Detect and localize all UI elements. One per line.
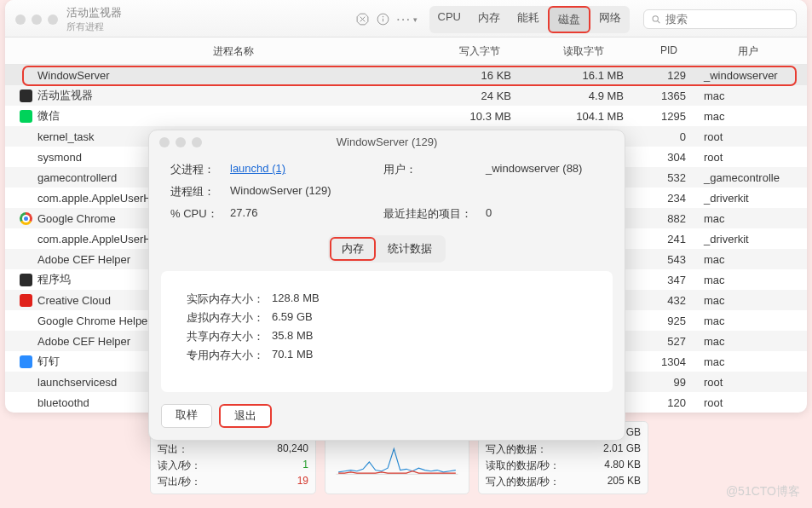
private-mem-label: 专用内存大小： [187,348,272,363]
col-pid[interactable]: PID [639,44,699,59]
titlebar: 活动监视器 所有进程 ▾ CPU 内存 能耗 磁盘 网络 [5,0,807,38]
table-row[interactable]: 活动监视器24 KB4.9 MB1365mac [5,85,807,106]
traffic-lights[interactable] [15,14,58,25]
cpu-value: 27.76 [230,206,383,222]
dialog-buttons: 取样 退出 [149,404,625,440]
dialog-tabs: 内存 统计数据 [328,235,446,263]
parent-label: 父进程： [170,162,230,177]
user: mac [699,355,797,368]
tab-cpu[interactable]: CPU [429,6,469,33]
user: mac [699,253,797,266]
user: mac [699,274,797,286]
col-user[interactable]: 用户 [699,44,797,59]
pid: 432 [639,294,699,307]
pid: 1365 [639,89,699,102]
process-name: 微信 [36,108,430,124]
app-subtitle: 所有进程 [66,20,152,33]
search-field[interactable] [643,9,797,29]
app-title: 活动监视器 [66,5,152,20]
table-row[interactable]: 微信10.3 MB104.1 MB1295mac [5,106,807,126]
user: _driverkit [699,192,797,205]
table-row[interactable]: WindowServer16 KB16.1 MB129_windowserver [5,65,807,85]
pid: 347 [639,274,699,286]
sample-button[interactable]: 取样 [161,404,212,428]
tab-disk[interactable]: 磁盘 [548,6,590,33]
cpu-label: % CPU： [170,206,230,222]
private-mem-value: 70.1 MB [272,348,313,363]
user: mac [699,110,797,123]
pid: 241 [639,233,699,245]
pid: 99 [639,376,699,389]
col-bytes-written[interactable]: 写入字节 [430,44,528,59]
zoom-dot[interactable] [48,14,58,25]
user: root [699,151,797,164]
user: _driverkit [699,233,797,245]
tab-memory[interactable]: 内存 [469,6,509,33]
svg-point-5 [383,16,383,17]
group-label: 进程组： [170,184,230,199]
watermark: @51CTO博客 [726,484,800,499]
tab-network[interactable]: 网络 [590,6,630,33]
tab-energy[interactable]: 能耗 [509,6,548,33]
quit-button[interactable]: 退出 [221,406,270,426]
process-name: WindowServer [36,69,430,82]
close-dot[interactable] [15,14,26,25]
dialog-minimize-dot[interactable] [176,137,186,147]
pid: 1304 [639,355,699,368]
user: root [699,130,797,143]
search-input[interactable] [665,13,789,26]
stop-process-icon[interactable] [354,10,372,29]
dialog-title: WindowServer (129) [158,136,616,148]
dialog-tab-memory[interactable]: 内存 [330,237,376,261]
parent-link[interactable]: launchd (1) [230,162,285,175]
pid: 234 [639,192,699,205]
dialog-titlebar: WindowServer (129) [149,130,625,153]
dialog-info-grid: 父进程： launchd (1) 用户： _windowserver (88) … [149,153,625,227]
user: mac [699,335,797,348]
shared-mem-value: 35.8 MB [272,329,313,344]
real-mem-value: 128.8 MB [272,292,320,307]
user: _windowserver [699,69,797,82]
svg-line-7 [658,20,660,23]
io-chart [332,437,462,487]
dialog-tab-stats[interactable]: 统计数据 [376,237,444,261]
pid: 925 [639,315,699,327]
user: root [699,396,797,409]
more-options-icon[interactable] [394,10,413,29]
process-name: 活动监视器 [36,88,430,103]
dialog-memory-panel: 实际内存大小：128.8 MB 虚拟内存大小：6.59 GB 共享内存大小：35… [161,271,613,392]
dialog-close-dot[interactable] [159,137,170,147]
virt-mem-label: 虚拟内存大小： [187,310,272,326]
recent-label: 最近挂起的项目： [383,206,486,222]
dialog-zoom-dot[interactable] [192,137,202,147]
real-mem-label: 实际内存大小： [187,292,272,307]
bytes-written: 16 KB [430,69,528,82]
search-icon [651,14,661,26]
bytes-written: 24 KB [430,89,528,102]
pid: 304 [639,151,699,164]
title-group: 活动监视器 所有进程 [66,5,152,33]
user: mac [699,294,797,307]
col-process-name[interactable]: 进程名称 [36,44,430,59]
more-chevron-icon[interactable]: ▾ [413,15,418,24]
user: mac [699,89,797,102]
pid: 120 [639,396,699,409]
bytes-written: 10.3 MB [430,110,528,123]
info-icon[interactable] [374,10,393,29]
minimize-dot[interactable] [32,14,42,25]
user: root [699,376,797,389]
user-label: 用户： [383,162,486,177]
pid: 543 [639,253,699,266]
virt-mem-value: 6.59 GB [272,310,313,326]
process-info-dialog: WindowServer (129) 父进程： launchd (1) 用户： … [148,130,625,441]
col-bytes-read[interactable]: 读取字节 [528,44,639,59]
user-value: _windowserver (88) [486,162,605,177]
bytes-read: 104.1 MB [528,110,639,123]
group-value: WindowServer (129) [230,184,383,199]
pid: 129 [639,69,699,82]
pid: 0 [639,130,699,143]
recent-value: 0 [486,206,605,222]
user: _gamecontrolle [699,171,797,184]
svg-point-6 [653,15,658,20]
pid: 882 [639,212,699,225]
